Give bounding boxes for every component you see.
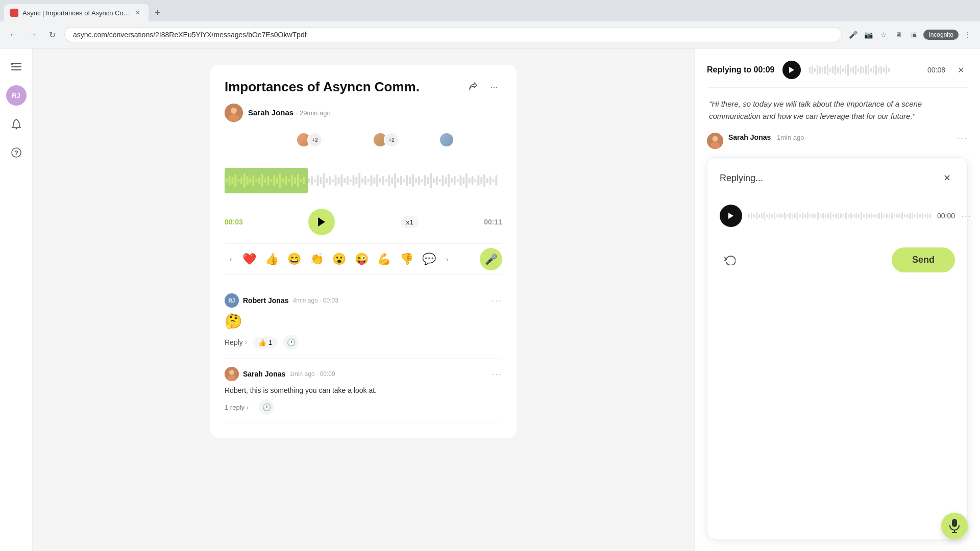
svg-rect-36: [300, 179, 302, 182]
listener-avatar-5: [439, 132, 454, 147]
reply-card-header: Replying... ✕: [720, 170, 955, 186]
reaction-heart[interactable]: ❤️: [239, 249, 259, 269]
svg-rect-89: [459, 175, 461, 186]
forward-button[interactable]: →: [26, 28, 40, 42]
replying-to-label: Replying to 00:09: [707, 65, 774, 74]
user-avatar-icon[interactable]: RJ: [6, 85, 27, 106]
close-panel-button[interactable]: ✕: [953, 63, 968, 77]
right-panel-comment-time: · 1min ago: [773, 134, 804, 141]
svg-rect-28: [276, 177, 278, 184]
svg-rect-41: [317, 175, 319, 186]
svg-rect-75: [418, 176, 420, 185]
refresh-button[interactable]: ↻: [45, 28, 59, 42]
mic-icon[interactable]: 🎤: [847, 29, 859, 41]
comment-sarah: Sarah Jonas 1min ago · 00:09 ··· Robert,…: [225, 359, 502, 423]
reaction-comment[interactable]: 💬: [419, 249, 439, 269]
reaction-thumbsup[interactable]: 👍: [261, 249, 282, 269]
svg-rect-26: [270, 179, 272, 182]
url-bar[interactable]: async.com/conversations/2I88ReXEu5YlYX/m…: [64, 27, 842, 42]
svg-rect-98: [486, 178, 488, 183]
more-options-icon[interactable]: ···: [486, 79, 502, 95]
sidebar-menu-icon[interactable]: [6, 57, 27, 77]
browser-chrome: Async | Importances of Asyncn Co... ✕ + …: [0, 0, 980, 48]
comment-meta-robert: 4min ago · 00:03: [292, 297, 338, 304]
comment-robert: RJ Robert Jonas 4min ago · 00:03 ··· 🤔 R…: [225, 285, 502, 359]
svg-rect-62: [379, 178, 381, 183]
svg-rect-32: [288, 179, 290, 182]
back-button[interactable]: ←: [6, 28, 20, 42]
replies-link-sarah[interactable]: 1 reply ›: [225, 404, 249, 411]
speed-badge[interactable]: x1: [401, 216, 418, 228]
comment-more-sarah[interactable]: ···: [492, 369, 502, 380]
address-bar: ← → ↻ async.com/conversations/2I88ReXEu5…: [0, 21, 980, 48]
reactions-scroll-right[interactable]: ›: [441, 253, 453, 265]
add-emoji-sarah[interactable]: 🕐: [259, 399, 274, 415]
svg-rect-20: [252, 175, 254, 186]
tab-close-button[interactable]: ✕: [133, 8, 142, 17]
svg-rect-21: [255, 179, 257, 182]
comment-author-row-sarah: Sarah Jonas 1min ago · 00:09: [225, 367, 335, 381]
svg-rect-19: [250, 178, 252, 183]
svg-rect-27: [273, 175, 275, 186]
record-more-button[interactable]: ···: [961, 211, 972, 221]
svg-rect-60: [373, 177, 375, 184]
play-button[interactable]: [308, 209, 335, 235]
svg-rect-14: [234, 174, 236, 187]
conversation-header: Importances of Asyncn Comm. ···: [225, 79, 502, 95]
current-time: 00:03: [225, 218, 243, 226]
waveform-svg[interactable]: [225, 168, 502, 193]
star-icon[interactable]: ☆: [877, 29, 890, 41]
mini-play-button[interactable]: [782, 61, 801, 79]
reactions-scroll-left[interactable]: ‹: [225, 253, 237, 265]
svg-rect-45: [329, 176, 331, 185]
replying-text: Replying...: [720, 173, 763, 184]
reaction-wow[interactable]: 😮: [329, 249, 349, 269]
svg-rect-61: [376, 174, 378, 187]
reaction-thumbsdown[interactable]: 👎: [396, 249, 416, 269]
svg-rect-46: [332, 179, 334, 182]
like-badge-robert[interactable]: 👍 1: [253, 337, 277, 348]
sidebar-toggle-icon[interactable]: ▣: [908, 29, 920, 41]
reaction-clap[interactable]: 👏: [306, 249, 327, 269]
menu-icon[interactable]: ⋮: [962, 29, 974, 41]
comment-header-sarah: Sarah Jonas 1min ago · 00:09 ···: [225, 367, 502, 381]
svg-rect-48: [337, 177, 339, 184]
comment-emoji-robert: 🤔: [225, 313, 502, 330]
svg-rect-59: [371, 175, 373, 186]
send-button[interactable]: Send: [892, 247, 955, 272]
record-play-button[interactable]: [720, 205, 742, 227]
comment-more-robert[interactable]: ···: [492, 295, 502, 306]
svg-rect-93: [472, 176, 474, 185]
undo-button[interactable]: [720, 250, 740, 270]
waveform-container[interactable]: [225, 168, 502, 198]
svg-rect-17: [243, 173, 246, 188]
svg-point-103: [229, 370, 234, 375]
svg-rect-68: [397, 178, 399, 183]
active-tab[interactable]: Async | Importances of Asyncn Co... ✕: [4, 4, 149, 21]
svg-rect-3: [11, 63, 13, 65]
reaction-smile[interactable]: 😄: [284, 249, 304, 269]
new-tab-button[interactable]: +: [151, 6, 165, 20]
add-emoji-robert[interactable]: 🕐: [283, 335, 299, 350]
reaction-muscle[interactable]: 💪: [374, 249, 394, 269]
url-text: async.com/conversations/2I88ReXEu5YlYX/m…: [73, 31, 833, 39]
svg-rect-43: [323, 173, 325, 188]
record-reaction-button[interactable]: 🎤: [480, 248, 502, 270]
help-icon[interactable]: ?: [6, 142, 27, 163]
floating-mic-button[interactable]: [941, 513, 968, 539]
comment-meta-sarah: 1min ago · 00:09: [289, 370, 335, 378]
reaction-grin[interactable]: 😜: [351, 249, 372, 269]
notifications-icon[interactable]: [6, 114, 27, 134]
record-waveform: [748, 209, 931, 223]
svg-rect-88: [457, 179, 459, 182]
desktop-icon[interactable]: 🖥: [893, 29, 905, 41]
reply-button-robert[interactable]: Reply ›: [225, 338, 247, 346]
svg-rect-79: [430, 173, 432, 188]
camera-off-icon[interactable]: 📷: [862, 29, 874, 41]
svg-rect-56: [361, 178, 363, 183]
close-reply-button[interactable]: ✕: [939, 170, 955, 186]
right-panel-more-btn[interactable]: ···: [957, 133, 968, 143]
svg-rect-54: [355, 177, 357, 184]
share-icon[interactable]: [464, 79, 481, 95]
left-sidebar: RJ ?: [0, 48, 33, 551]
